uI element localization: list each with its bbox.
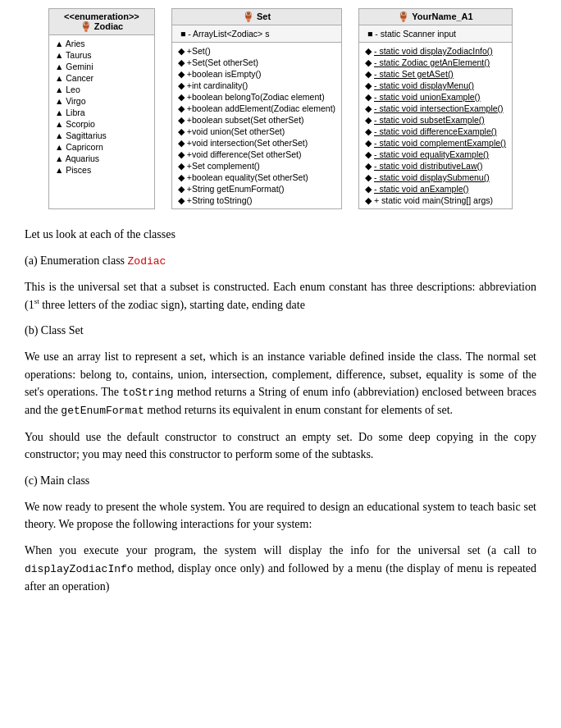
section-c-text: We now ready to present the whole system…	[25, 501, 536, 531]
set-field-arraylist: ■ - ArrayList<Zodiac> s	[179, 28, 335, 39]
section-b-header: (b) Class Set	[25, 322, 536, 340]
zodiac-item-sagittarius: ▲ Sagittarius	[53, 130, 150, 141]
yn-method-1: ◆ - static void displayZodiacInfo()	[363, 45, 508, 57]
intro-text: Let us look at each of the classes	[25, 228, 176, 240]
yourname-field-icon: ■	[367, 29, 372, 39]
zodiac-item-aquarius: ▲ Aquarius	[53, 153, 150, 164]
zodiac-item-scorpio: ▲ Scorpio	[53, 118, 150, 130]
set-method-7: ◆ +boolean subset(Set otherSet)	[176, 114, 337, 126]
set-method-4: ◆ +int cardinality()	[176, 80, 337, 91]
yourname-fields: ■ - static Scanner input	[359, 25, 512, 43]
yn-method-2: ◆ - static Zodiac getAnElement()	[363, 57, 508, 68]
yn-method-11: ◆ - static void distributiveLaw()	[363, 160, 508, 172]
section-a-label: (a) Enumeration class	[25, 254, 128, 267]
zodiac-items: ▲ Aries ▲ Taurus ▲ Gemini ▲ Cancer ▲ Leo…	[49, 35, 154, 178]
section-a-superscript: st	[34, 297, 39, 305]
set-method-13: ◆ +String getEnumFormat()	[176, 183, 337, 195]
section-a-code: Zodiac	[128, 255, 166, 268]
yourname-header: 🏺 YourName_A1	[359, 9, 512, 25]
set-method-6: ◆ +boolean addElement(Zodiac element)	[176, 103, 337, 114]
zodiac-stereotype: <<enumeration>>	[64, 11, 139, 21]
zodiac-item-cancer: ▲ Cancer	[53, 72, 150, 84]
yourname-title: YourName_A1	[412, 11, 472, 21]
section-b-label: (b) Class Set	[25, 324, 84, 337]
section-c-header: (c) Main class	[25, 472, 536, 490]
section-b2-body: You should use the default constructor t…	[25, 428, 536, 464]
set-fields: ■ - ArrayList<Zodiac> s	[172, 25, 341, 43]
set-icon: 🏺	[243, 11, 254, 21]
set-method-5: ◆ +boolean belongTo(Zodiac element)	[176, 91, 337, 103]
set-title: Set	[257, 11, 271, 21]
zodiac-title: Zodiac	[94, 21, 123, 31]
zodiac-item-leo: ▲ Leo	[53, 84, 150, 95]
section-b-text3: method returns its equivalent in enum co…	[144, 404, 453, 416]
yn-method-9: ◆ - static void complementExample()	[363, 137, 508, 149]
set-method-10: ◆ +void difference(Set otherSet)	[176, 149, 337, 160]
yn-method-14: ◆ + static void main(String[] args)	[363, 195, 508, 206]
yn-method-13: ◆ - static void anExample()	[363, 183, 508, 195]
zodiac-item-pisces: ▲ Pisces	[53, 164, 150, 176]
zodiac-item-virgo: ▲ Virgo	[53, 95, 150, 107]
yn-method-8: ◆ - static void differenceExample()	[363, 126, 508, 137]
section-b2-text: You should use the default constructor t…	[25, 431, 536, 461]
zodiac-item-taurus: ▲ Taurus	[53, 49, 150, 61]
set-methods-list: ◆ +Set() ◆ +Set(Set otherSet) ◆ +boolean…	[172, 43, 341, 208]
yourname-methods-list: ◆ - static void displayZodiacInfo() ◆ - …	[359, 43, 512, 208]
zodiac-icon: 🏺	[80, 21, 92, 31]
section-c2-body: When you execute your program, the syste…	[25, 542, 536, 596]
set-header: 🏺 Set	[172, 9, 341, 25]
zodiac-item-aries: ▲ Aries	[53, 38, 150, 49]
section-c-body: We now ready to present the whole system…	[25, 498, 536, 533]
set-method-9: ◆ +void intersection(Set otherSet)	[176, 137, 337, 149]
section-a-text1: This is the universal set that a subset …	[25, 281, 536, 311]
zodiac-header: <<enumeration>> 🏺 Zodiac	[49, 9, 154, 35]
prose-content: Let us look at each of the classes (a) E…	[25, 226, 536, 596]
section-b-body: We use an array list to represent a set,…	[25, 348, 536, 420]
yn-method-4: ◆ - static void displayMenu()	[363, 80, 508, 91]
yourname-icon: 🏺	[398, 11, 409, 21]
set-method-3: ◆ +boolean isEmpty()	[176, 68, 337, 80]
section-c2-text1: When you execute your program, the syste…	[25, 544, 536, 556]
set-class-box: 🏺 Set ■ - ArrayList<Zodiac> s ◆ +Set() ◆…	[171, 8, 342, 209]
yn-method-5: ◆ - static void unionExample()	[363, 91, 508, 103]
zodiac-item-libra: ▲ Libra	[53, 107, 150, 118]
zodiac-item-capricorn: ▲ Capricorn	[53, 141, 150, 153]
set-method-2: ◆ +Set(Set otherSet)	[176, 57, 337, 68]
set-field-icon: ■	[180, 29, 185, 39]
zodiac-item-gemini: ▲ Gemini	[53, 61, 150, 72]
displayzodiacinfo-code: displayZodiacInfo	[25, 563, 134, 575]
section-c-label: (c) Main class	[25, 474, 89, 487]
section-a-header: (a) Enumeration class Zodiac	[25, 252, 536, 270]
yn-method-7: ◆ - static void subsetExample()	[363, 114, 508, 126]
set-method-14: ◆ +String toString()	[176, 195, 337, 206]
set-method-11: ◆ +Set complement()	[176, 160, 337, 172]
yn-method-3: ◆ - static Set getASet()	[363, 68, 508, 80]
set-method-1: ◆ +Set()	[176, 45, 337, 57]
tostring-code: toString	[122, 387, 173, 399]
set-method-12: ◆ +boolean equality(Set otherSet)	[176, 172, 337, 183]
yourname-class-box: 🏺 YourName_A1 ■ - static Scanner input ◆…	[358, 8, 513, 209]
yn-method-12: ◆ - static void displaySubmenu()	[363, 172, 508, 183]
intro-paragraph: Let us look at each of the classes	[25, 226, 536, 244]
uml-diagram: <<enumeration>> 🏺 Zodiac ▲ Aries ▲ Tauru…	[25, 8, 536, 209]
yourname-field-scanner: ■ - static Scanner input	[366, 28, 505, 39]
getenumformat-code: getEnumFormat	[61, 405, 144, 417]
set-method-8: ◆ +void union(Set otherSet)	[176, 126, 337, 137]
zodiac-class-box: <<enumeration>> 🏺 Zodiac ▲ Aries ▲ Tauru…	[48, 8, 155, 209]
yn-method-6: ◆ - static void intersectionExample()	[363, 103, 508, 114]
section-a-body: This is the universal set that a subset …	[25, 278, 536, 314]
yn-method-10: ◆ - static void equalityExample()	[363, 149, 508, 160]
